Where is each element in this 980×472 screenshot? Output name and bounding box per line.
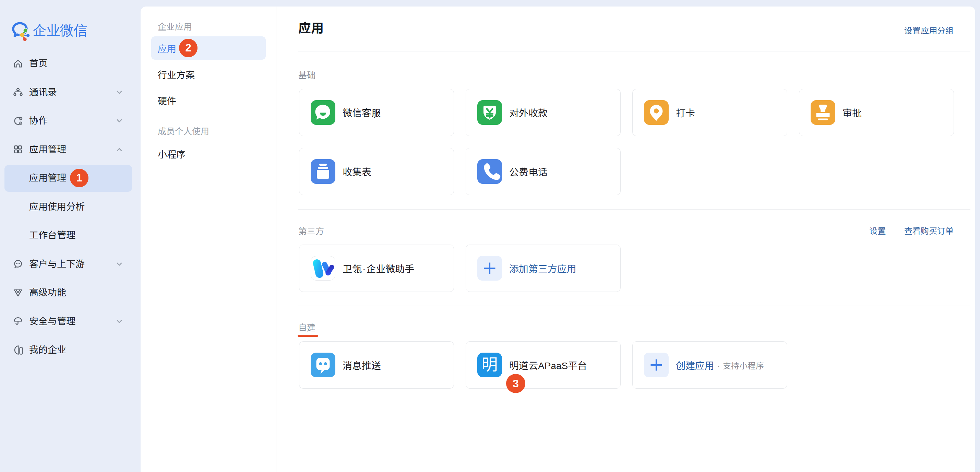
svg-text:明: 明 <box>482 356 498 373</box>
